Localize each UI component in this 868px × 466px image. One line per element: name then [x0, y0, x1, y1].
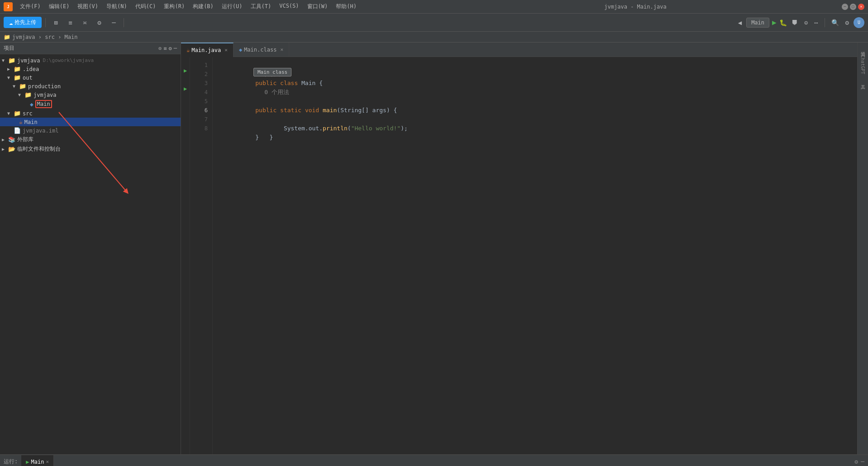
run-tab-icon: ▶	[26, 459, 29, 465]
menu-code[interactable]: 代码(C)	[132, 2, 160, 11]
panel-header-icons: ⚙ ─	[854, 458, 864, 465]
gutter-line-4[interactable]: ▶	[181, 84, 190, 93]
tree-label-src: src	[23, 110, 33, 117]
run-line-icon-2[interactable]: ▶	[184, 67, 187, 74]
sidebar-locate-icon[interactable]: ⊙	[158, 45, 162, 52]
tree-item-jvmjava-out[interactable]: ▼ 📁 jvmjava	[0, 90, 181, 99]
classname-main: Main	[301, 80, 319, 86]
tree-item-external[interactable]: ▶ 📚 外部库	[0, 135, 181, 144]
toolbar-button-3[interactable]: ≍	[78, 16, 91, 29]
comment-methods-2: 0 个用法	[264, 89, 289, 95]
tree-arrow-idea: ▶	[7, 67, 13, 71]
panel-tab-main[interactable]: ▶ Main ✕	[21, 455, 54, 466]
menu-file[interactable]: 文件(F)	[16, 2, 44, 11]
fn-main: main	[323, 107, 337, 114]
menu-nav[interactable]: 导航(N)	[103, 2, 131, 11]
tree-arrow-out: ▼	[7, 75, 13, 80]
tree-label-main-src: Main	[24, 119, 38, 125]
sidebar-expand-icon[interactable]: ≡	[163, 45, 167, 52]
tab-main-java-close[interactable]: ✕	[224, 47, 228, 53]
comment-methods-1: 0 个用法	[255, 71, 280, 77]
user-avatar[interactable]: U	[854, 17, 864, 28]
settings-2-button[interactable]: ⚙	[844, 18, 851, 27]
tree-item-iml[interactable]: 📄 jvmjava.iml	[0, 126, 181, 135]
tab-main-java[interactable]: ☕ Main.java ✕	[181, 43, 234, 57]
run-button[interactable]: ▶	[772, 18, 777, 27]
profile-button[interactable]: ⊙	[802, 18, 810, 27]
menu-bar: 文件(F) 编辑(E) 视图(V) 导航(N) 代码(C) 重构(R) 构建(B…	[16, 2, 429, 11]
debug-button[interactable]: 🐛	[779, 19, 787, 26]
code-content[interactable]: 0 个用法 public class Main { 0 个用法 public s…	[213, 57, 857, 454]
gutter-line-2[interactable]: ▶	[181, 66, 190, 75]
menu-build[interactable]: 构建(B)	[189, 2, 217, 11]
breadcrumb: 📁 jvmjava › src › Main	[0, 32, 868, 43]
tree-item-src[interactable]: ▼ 📁 src	[0, 109, 181, 118]
menu-edit[interactable]: 编辑(E)	[45, 2, 73, 11]
cloud-upload-button[interactable]: ☁ 抢先上传	[4, 17, 42, 28]
right-icon-notifications[interactable]: 通知	[860, 46, 866, 50]
maximize-button[interactable]: □	[850, 4, 856, 10]
right-icon-tools[interactable]: 工具	[860, 80, 866, 83]
line-num-7: 7	[190, 115, 212, 124]
folder-icon-jvmjava-out: 📁	[24, 91, 32, 98]
coverage-button[interactable]: ⛊	[790, 18, 800, 27]
tree-item-jvmjava[interactable]: ▼ 📁 jvmjava D:\gowork\jvmjava	[0, 56, 181, 65]
sidebar-close-icon[interactable]: ─	[174, 45, 177, 52]
tree-item-production[interactable]: ▼ 📁 production	[0, 82, 181, 90]
gutter-line-6	[181, 102, 190, 111]
tree-label-idea: .idea	[23, 66, 39, 72]
tree-item-out[interactable]: ▼ 📁 out	[0, 73, 181, 82]
minimize-button[interactable]: ─	[842, 4, 848, 10]
panel-settings-icon[interactable]: ⚙	[854, 458, 858, 465]
settings-button[interactable]: ⚙	[93, 16, 105, 29]
search-everywhere-button[interactable]: 🔍	[830, 18, 841, 27]
right-icon-chatgpt[interactable]: ChatGPT	[860, 53, 865, 76]
class-icon-main-out: ◆	[30, 101, 33, 108]
menu-vcs[interactable]: VCS(S)	[276, 2, 302, 11]
folder-icon-jvmjava: 📁	[8, 57, 15, 64]
breadcrumb-path: jvmjava › src › Main	[12, 34, 78, 40]
tree-item-idea[interactable]: ▶ 📁 .idea	[0, 65, 181, 73]
tree-item-temp[interactable]: ▶ 📂 临时文件和控制台	[0, 144, 181, 154]
more-button[interactable]: ⋯	[812, 18, 820, 27]
kw-public: public	[255, 80, 280, 86]
run-line-icon-4[interactable]: ▶	[184, 86, 187, 92]
window-title: jvmjava - Main.java	[429, 4, 842, 10]
menu-help[interactable]: 帮助(H)	[332, 2, 360, 11]
menu-tools[interactable]: 工具(T)	[247, 2, 275, 11]
panel-tab-close[interactable]: ✕	[46, 459, 49, 465]
close-button[interactable]: ✕	[858, 4, 864, 10]
sidebar-title: 项目	[4, 44, 14, 52]
menu-window[interactable]: 窗口(W)	[304, 2, 332, 11]
tab-main-class-close[interactable]: ✕	[280, 47, 283, 52]
menu-refactor[interactable]: 重构(R)	[160, 2, 188, 11]
tab-main-java-label: Main.java	[191, 47, 221, 53]
brace-open: {	[319, 80, 323, 86]
toolbar-button-5[interactable]: ─	[107, 16, 120, 29]
run-config-dropdown[interactable]: Main	[746, 18, 769, 28]
menu-view[interactable]: 视图(V)	[74, 2, 102, 11]
paren2: (	[348, 125, 351, 132]
project-structure-button[interactable]: ⊞	[49, 16, 62, 29]
sidebar-icons: ⊙ ≡ ⚙ ─	[158, 45, 177, 52]
hello-string: "Hello world!"	[351, 125, 401, 132]
toolbar-button-2[interactable]: ≡	[64, 16, 76, 29]
gutter-line-3	[181, 75, 190, 84]
tree-arrow-jvmjava: ▼	[2, 58, 7, 63]
gutter-line-7	[181, 111, 190, 120]
tree-label-production: production	[28, 83, 61, 90]
back-button[interactable]: ◀	[736, 18, 744, 27]
tree-item-main-src[interactable]: ☕ Main	[0, 118, 181, 126]
sidebar-settings-icon[interactable]: ⚙	[169, 45, 172, 52]
tree-item-main-out[interactable]: ◆ Main	[0, 99, 181, 109]
line-num-6: 6	[190, 106, 212, 115]
param-name: args) {	[369, 107, 397, 114]
folder-icon-src: 📁	[14, 110, 21, 117]
line-num-3: 3	[190, 79, 212, 88]
tab-main-class[interactable]: ◆ Main.class ✕	[234, 43, 289, 57]
title-bar: J 文件(F) 编辑(E) 视图(V) 导航(N) 代码(C) 重构(R) 构建…	[0, 0, 868, 14]
breadcrumb-project-icon: 📁	[4, 34, 10, 40]
panel-minimize-icon[interactable]: ─	[861, 458, 864, 465]
temp-icon: 📂	[8, 146, 15, 152]
menu-run[interactable]: 运行(U)	[218, 2, 246, 11]
